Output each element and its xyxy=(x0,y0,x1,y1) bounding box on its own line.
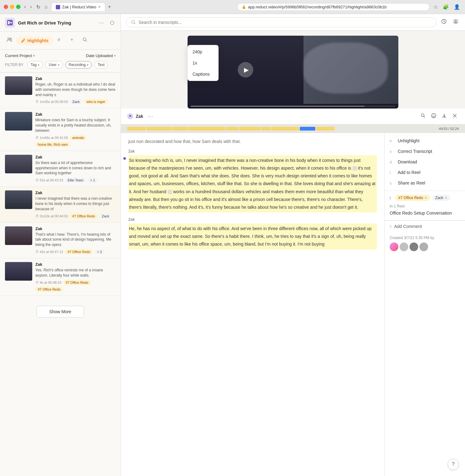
search-input[interactable] xyxy=(139,20,431,25)
play-button[interactable]: ▶ xyxy=(238,62,253,78)
transcript-para2: He, he has no aspect of, of what to do w… xyxy=(128,224,377,250)
list-item[interactable]: Zak So there was a lot of apprehensive a… xyxy=(0,151,121,187)
transcript-speaker-label-2: Zak xyxy=(128,217,377,222)
correct-transcript-menu-item[interactable]: x Correct Transcript xyxy=(385,146,465,157)
highlights-nav-button[interactable]: 🖊 Highlights xyxy=(16,36,53,45)
share-as-reel-label: Share as Reel xyxy=(398,180,460,185)
highlight-content: Zak Roger, uh, Roger is as a individual … xyxy=(35,76,116,104)
timeline-segment xyxy=(271,127,299,131)
list-item[interactable]: Zak That's what I hear. There's, I'm hea… xyxy=(0,223,121,258)
tab-close-icon[interactable]: ✕ xyxy=(98,5,101,9)
tag-chip-plus1[interactable]: + 1 xyxy=(88,178,98,183)
address-bar[interactable]: 🔒 app.reduct.video/#/p/5998b5f692/record… xyxy=(237,3,430,11)
add-comment-section[interactable]: c Add Comment xyxy=(385,220,465,232)
highlights-icon: 🖊 xyxy=(21,38,25,43)
user-filter-chip[interactable]: User ▾ xyxy=(45,61,63,69)
tag-chip-who-is-roger[interactable]: who is roger xyxy=(84,99,108,104)
download-menu-item[interactable]: d Download xyxy=(385,157,465,167)
bookmark-button[interactable]: ☆ xyxy=(432,3,439,11)
filter-by-label: FILTER BY xyxy=(5,63,24,67)
search-nav-button[interactable] xyxy=(79,35,91,46)
recording-filter-chip[interactable]: Recording ▾ xyxy=(65,61,92,69)
tag-chip[interactable]: Zack xyxy=(70,99,82,104)
filter-section: Current Project ▾ Date Uploaded ▾ FILTER… xyxy=(0,50,121,73)
people-nav-button[interactable] xyxy=(4,35,15,46)
tag-pill-office[interactable]: #7 Office Redo ✕ xyxy=(395,195,430,201)
list-item[interactable]: Zak Miniature cows for Sam is a touchy s… xyxy=(0,108,121,151)
tag-chip-animals[interactable]: animals xyxy=(70,135,86,140)
video-progress-bar[interactable] xyxy=(191,106,395,107)
transcript-and-panel: just non decorated and how that, how Sam… xyxy=(121,133,465,476)
close-button[interactable] xyxy=(4,5,8,9)
add-nav-button[interactable]: + xyxy=(67,35,78,46)
active-tab[interactable]: Zak | Reduct.Video ✕ xyxy=(51,2,105,11)
captions-option[interactable]: Captions xyxy=(188,69,219,80)
timeline-time: 44:53 / 52:24 xyxy=(439,127,459,131)
list-item[interactable]: Zak I never imagined that there was a no… xyxy=(0,187,121,222)
tags-row: t #7 Office Redo ✕ Zack ✕ xyxy=(390,195,460,201)
transcript-emoji-button[interactable] xyxy=(430,112,438,121)
unhighlight-menu-item[interactable]: h Unhighlight xyxy=(385,136,465,146)
quality-option-240p[interactable]: 240p xyxy=(188,46,219,57)
project-menu-button[interactable]: ⋯ xyxy=(96,19,106,27)
user-profile-button[interactable] xyxy=(451,17,460,27)
help-button[interactable]: ? xyxy=(448,459,459,470)
transcript-user-info: Zak ⋯ xyxy=(127,112,155,120)
tag-remove-zack-icon[interactable]: ✕ xyxy=(445,196,447,200)
tag-chip-zack[interactable]: Zack xyxy=(99,214,112,219)
transcript-search-button[interactable] xyxy=(419,112,427,121)
transcript-pre-text: just non decorated and how that, how Sam… xyxy=(128,138,377,145)
tags-nav-button[interactable]: # xyxy=(55,35,66,46)
tag-pill-zack[interactable]: Zack ✕ xyxy=(432,195,450,201)
transcript-scroll-area[interactable]: just non decorated and how that, how Sam… xyxy=(121,133,384,476)
back-button[interactable]: ‹ xyxy=(23,3,27,10)
lock-icon: 🔒 xyxy=(242,5,246,9)
highlight-thumbnail xyxy=(5,155,32,173)
transcript-download-button[interactable] xyxy=(440,112,448,121)
search-bar-container xyxy=(126,17,436,27)
tag-chip-office3[interactable]: #7 Office Redo xyxy=(63,280,91,285)
tag-filter-chip[interactable]: Tag ▾ xyxy=(27,61,43,69)
collapse-sidebar-button[interactable]: ⬡ xyxy=(109,19,116,27)
in-reel-section: In 1 Reel Office Redo Setup Conversation xyxy=(390,204,460,216)
new-tab-button[interactable]: + xyxy=(108,4,111,10)
text-filter-chip[interactable]: Text xyxy=(94,61,108,69)
list-item[interactable]: Zak Roger, uh, Roger is as a individual … xyxy=(0,73,121,108)
tag-chip-office2[interactable]: #7 Office Redo xyxy=(65,249,93,254)
highlights-nav-label: Highlights xyxy=(27,38,48,43)
share-as-reel-menu-item[interactable]: s Share as Reel xyxy=(385,178,465,188)
extensions-button[interactable]: 🧩 xyxy=(441,3,450,11)
transcript-close-button[interactable] xyxy=(451,112,459,121)
project-select[interactable]: Current Project ▾ xyxy=(5,53,35,58)
forward-button[interactable]: › xyxy=(29,3,33,10)
video-player[interactable]: ▶ xyxy=(188,36,398,109)
tag-chip-elite[interactable]: Elite Team xyxy=(65,178,86,183)
history-button[interactable] xyxy=(440,17,448,27)
tag-chip-plus2[interactable]: + 2 xyxy=(95,249,104,254)
timeline-segment xyxy=(239,127,261,131)
reload-button[interactable]: ↻ xyxy=(35,3,42,11)
tag-chip-home-life[interactable]: home life, Rich sam xyxy=(35,142,70,147)
date-select[interactable]: Date Uploaded ▾ xyxy=(86,53,116,58)
minimize-button[interactable] xyxy=(10,5,14,9)
maximize-button[interactable] xyxy=(16,5,20,9)
profile-button[interactable]: 👤 xyxy=(453,3,461,11)
tag-remove-office-icon[interactable]: ✕ xyxy=(424,196,427,200)
show-more-button[interactable]: Show More xyxy=(37,306,84,318)
home-button[interactable]: ⌂ xyxy=(43,3,49,10)
speed-option-1x[interactable]: 1x xyxy=(188,57,219,69)
tag-chip-office[interactable]: #7 Office Redo xyxy=(70,214,97,219)
transcript-header: Zak ⋯ xyxy=(121,109,465,124)
tag-chip-office4[interactable]: #7 Office Redo xyxy=(35,287,63,292)
top-bar xyxy=(121,14,465,31)
user-icon xyxy=(127,113,133,119)
inline-redact-1 xyxy=(352,166,357,171)
transcript-menu-button[interactable]: ⋯ xyxy=(146,112,155,120)
right-panel: h Unhighlight x Correct Transcript d Dow… xyxy=(384,133,465,476)
list-item[interactable]: Zak Yes. Rich's office reminds me of a i… xyxy=(0,258,121,296)
timeline-segment xyxy=(226,127,238,131)
download-label: Download xyxy=(398,159,460,164)
filter-row1: Current Project ▾ Date Uploaded ▾ xyxy=(5,53,116,58)
add-to-reel-menu-item[interactable]: r Add to Reel xyxy=(385,167,465,178)
timeline-bar[interactable]: 44:53 / 52:24 xyxy=(121,124,465,133)
